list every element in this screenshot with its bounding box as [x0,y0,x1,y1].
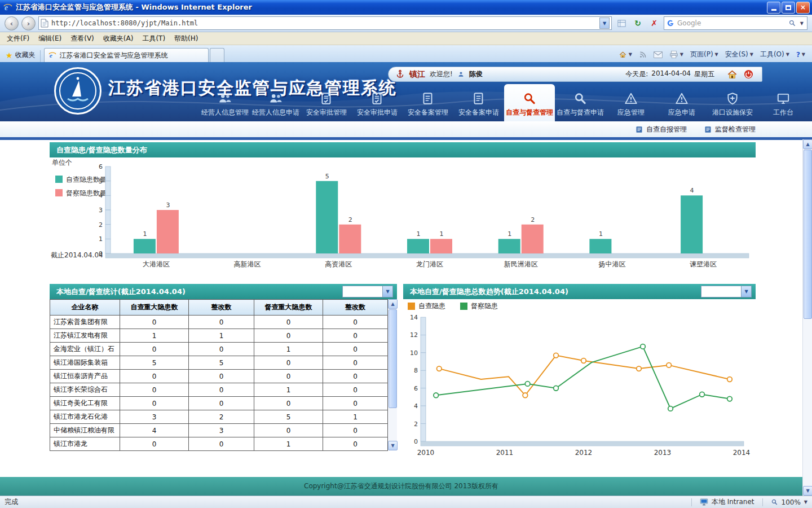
svg-text:3: 3 [99,207,103,214]
help-button[interactable]: ?▼ [796,51,805,59]
zone-text: 本地 Intranet [712,497,754,507]
home-button[interactable]: ▼ [619,51,632,59]
search-box[interactable]: Google ▼ [664,16,807,30]
table-row[interactable]: 镇江市港龙石化港3251 [50,410,388,424]
compatibility-view-button[interactable] [615,16,628,30]
svg-text:截止2014.04.04: 截止2014.04.04 [51,251,103,259]
refresh-button[interactable]: ↻ [631,16,645,30]
favorites-label: 收藏夹 [15,50,36,60]
nav-item-7[interactable]: 自查与督查管理 [504,84,555,121]
table-scroll-thumb[interactable] [389,309,397,408]
legend-item-1: 自查隐患 [408,301,445,311]
url-history-dropdown[interactable]: ▼ [599,17,610,29]
new-tab-stub[interactable] [210,48,224,62]
nav-item-2[interactable]: 经营人信息申请 [250,89,301,121]
nav-item-3[interactable]: 安全审批管理 [301,89,352,121]
chevron-down-icon[interactable]: ▼ [741,286,751,297]
scroll-down-icon[interactable]: ▼ [388,441,398,450]
table-row[interactable]: 镇江李长荣综合石0010 [50,383,388,397]
page-scroll-thumb[interactable] [804,150,812,319]
minimize-button[interactable] [767,2,780,14]
svg-text:8: 8 [414,367,418,374]
table-row[interactable]: 镇江恒泰沥青产品0000 [50,370,388,383]
zoom-dropdown-arrow[interactable]: ▼ [804,500,807,505]
table-row[interactable]: 金海宏业（镇江）石0010 [50,343,388,356]
mail-icon[interactable] [654,51,663,58]
magnifier-icon [573,91,588,106]
url-field[interactable]: http://localhost:8080/yjpt/Main.html ▼ [38,16,612,30]
feeds-icon[interactable] [639,51,647,59]
nav-item-6[interactable]: 安全备案申请 [453,89,504,121]
portal-home-icon[interactable] [727,69,738,80]
svg-text:大港港区: 大港港区 [143,260,170,268]
hazard-distribution-bar-chart: 单位个自查隐患数量督察隐患数量0123456大港港区13高新港区高资港区52龙门… [50,157,756,274]
doc-check-icon [319,91,334,106]
zoom-magnifier-icon[interactable] [771,498,778,506]
logout-power-icon[interactable] [743,69,754,80]
svg-text:新民洲港区: 新民洲港区 [504,260,538,268]
browser-tab[interactable]: e 江苏省港口安全监管与应急管理系统 [44,48,209,62]
menu-item-3[interactable]: 查看(V) [66,33,99,45]
command-button-2[interactable]: 安全(S)▼ [725,50,753,59]
menu-item-6[interactable]: 帮助(H) [170,33,202,45]
nav-item-11[interactable]: 港口设施保安 [707,89,758,121]
menu-item-4[interactable]: 收藏夹(A) [99,33,138,45]
site-header: 江苏省港口安全监管与应急管理系统 镇江 欢迎您! 陈俊 今天是: 2014-04… [0,62,812,121]
people-icon [218,91,232,106]
monitor-icon [776,91,791,106]
stop-button[interactable]: ✗ [647,16,661,30]
nav-item-8[interactable]: 自查与督查申请 [555,89,606,121]
table-row[interactable]: 中储粮镇江粮油有限4300 [50,424,388,437]
table-row[interactable]: 江苏镇江发电有限1100 [50,329,388,343]
forward-button[interactable]: › [21,16,36,30]
search-input[interactable]: Google [677,19,785,27]
svg-text:高资港区: 高资港区 [325,260,352,268]
table-header-3: 整改数 [189,300,254,316]
scroll-up-icon[interactable]: ▲ [803,139,812,149]
menu-item-5[interactable]: 工具(T) [138,33,170,45]
svg-text:2: 2 [414,421,418,428]
date-label: 今天是: [625,69,648,79]
table-row[interactable]: 镇江奇美化工有限0000 [50,397,388,410]
subnav-item-2[interactable]: 监督检查管理 [704,125,756,134]
table-row[interactable]: 镇江港国际集装箱5500 [50,356,388,370]
url-text: http://localhost:8080/yjpt/Main.html [51,19,597,27]
print-button[interactable]: ▼ [669,51,683,59]
nav-item-12[interactable]: 工作台 [758,89,809,121]
page-scrollbar[interactable]: ▲ ▼ [802,139,812,496]
nav-item-9[interactable]: 应急管理 [606,89,656,121]
svg-text:谏壁港区: 谏壁港区 [690,260,717,268]
nav-item-10[interactable]: 应急申请 [656,89,707,121]
menu-item-1[interactable]: 文件(F) [2,33,34,45]
zoom-level[interactable]: 100% [782,498,801,506]
svg-text:4: 4 [690,187,694,194]
search-dropdown-arrow[interactable]: ▼ [799,21,805,26]
back-button[interactable]: ‹ [5,16,19,30]
command-button-1[interactable]: 页面(P)▼ [690,50,718,59]
page-footer: Copyright@江苏省交通规划设计院股份有限公司 2013版权所有 [0,477,802,496]
scroll-up-icon[interactable]: ▲ [388,299,398,309]
table-scrollbar[interactable]: ▲ ▼ [388,299,397,450]
menu-item-2[interactable]: 编辑(E) [34,33,66,45]
address-bar: ‹ › http://localhost:8080/yjpt/Main.html… [0,15,812,32]
subnav-item-1[interactable]: 自查自报管理 [635,125,687,134]
maximize-button[interactable] [782,2,795,14]
favorites-button[interactable]: ★ 收藏夹 [3,50,41,62]
nav-item-1[interactable]: 经营人信息管理 [200,89,250,121]
nav-item-5[interactable]: 安全备案管理 [403,89,453,121]
trend-filter-dropdown[interactable]: ▼ [701,286,752,297]
window-title: 江苏省港口安全监管与应急管理系统 - Windows Internet Expl… [16,2,767,12]
titlebar[interactable]: e 江苏省港口安全监管与应急管理系统 - Windows Internet Ex… [0,0,812,15]
command-button-3[interactable]: 工具(O)▼ [760,50,789,59]
nav-item-4[interactable]: 安全审批申请 [352,89,403,121]
port-authority-logo [54,67,102,115]
table-row[interactable]: 江苏索普集团有限0000 [50,316,388,329]
hazard-trend-line-chart: 0246810121420102011201220132014 [403,313,756,458]
close-button[interactable]: × [796,2,810,14]
search-magnifier-icon[interactable] [788,19,796,27]
scroll-down-icon[interactable]: ▼ [803,486,812,496]
table-filter-dropdown[interactable]: ▼ [342,286,393,297]
welcome-label: 欢迎您! [430,69,453,79]
table-row[interactable]: 镇江市港龙0010 [50,437,388,451]
chevron-down-icon[interactable]: ▼ [382,286,392,297]
